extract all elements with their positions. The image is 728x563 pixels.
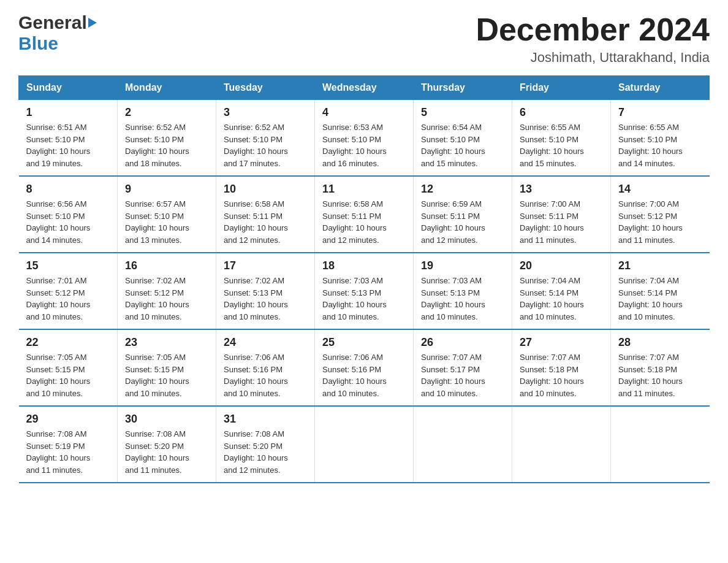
calendar-cell: 8Sunrise: 6:56 AMSunset: 5:10 PMDaylight… [19,176,118,253]
day-info: Sunrise: 7:08 AMSunset: 5:19 PMDaylight:… [26,428,110,476]
day-number: 26 [421,336,504,349]
day-info: Sunrise: 7:05 AMSunset: 5:15 PMDaylight:… [26,351,110,399]
calendar-cell: 10Sunrise: 6:58 AMSunset: 5:11 PMDayligh… [216,176,315,253]
col-header-friday: Friday [512,76,611,100]
day-number: 18 [322,259,406,272]
calendar-cell: 29Sunrise: 7:08 AMSunset: 5:19 PMDayligh… [19,406,118,483]
calendar-cell: 14Sunrise: 7:00 AMSunset: 5:12 PMDayligh… [611,176,710,253]
day-info: Sunrise: 7:02 AMSunset: 5:12 PMDaylight:… [125,275,208,323]
day-number: 24 [224,336,307,349]
calendar-cell: 1Sunrise: 6:51 AMSunset: 5:10 PMDaylight… [19,100,118,177]
day-number: 17 [224,259,307,272]
calendar-cell: 5Sunrise: 6:54 AMSunset: 5:10 PMDaylight… [414,100,512,177]
col-header-sunday: Sunday [19,76,118,100]
calendar-cell: 25Sunrise: 7:06 AMSunset: 5:16 PMDayligh… [315,329,414,406]
day-info: Sunrise: 7:02 AMSunset: 5:13 PMDaylight:… [224,275,307,323]
calendar-week-row: 29Sunrise: 7:08 AMSunset: 5:19 PMDayligh… [19,406,710,483]
day-info: Sunrise: 7:04 AMSunset: 5:14 PMDaylight:… [618,275,702,323]
day-info: Sunrise: 7:08 AMSunset: 5:20 PMDaylight:… [224,428,307,476]
day-number: 14 [618,183,702,196]
day-number: 9 [125,183,208,196]
calendar-cell: 6Sunrise: 6:55 AMSunset: 5:10 PMDaylight… [512,100,611,177]
calendar-cell: 12Sunrise: 6:59 AMSunset: 5:11 PMDayligh… [414,176,512,253]
month-title: December 2024 [476,12,710,47]
calendar-cell: 7Sunrise: 6:55 AMSunset: 5:10 PMDaylight… [611,100,710,177]
calendar-cell: 3Sunrise: 6:52 AMSunset: 5:10 PMDaylight… [216,100,315,177]
calendar-cell [315,406,414,483]
page-header: General Blue December 2024 Joshimath, Ut… [18,12,710,66]
day-number: 13 [520,183,603,196]
day-info: Sunrise: 6:54 AMSunset: 5:10 PMDaylight:… [421,121,504,169]
day-number: 16 [125,259,208,272]
calendar-week-row: 15Sunrise: 7:01 AMSunset: 5:12 PMDayligh… [19,253,710,329]
calendar-cell: 11Sunrise: 6:58 AMSunset: 5:11 PMDayligh… [315,176,414,253]
day-info: Sunrise: 7:00 AMSunset: 5:12 PMDaylight:… [618,198,702,246]
day-info: Sunrise: 7:04 AMSunset: 5:14 PMDaylight:… [520,275,603,323]
day-info: Sunrise: 6:52 AMSunset: 5:10 PMDaylight:… [125,121,208,169]
day-number: 8 [26,183,110,196]
day-info: Sunrise: 7:03 AMSunset: 5:13 PMDaylight:… [421,275,504,323]
calendar-cell: 26Sunrise: 7:07 AMSunset: 5:17 PMDayligh… [414,329,512,406]
day-number: 5 [421,106,504,119]
day-number: 22 [26,336,110,349]
title-block: December 2024 Joshimath, Uttarakhand, In… [476,12,710,66]
col-header-wednesday: Wednesday [315,76,414,100]
calendar-week-row: 8Sunrise: 6:56 AMSunset: 5:10 PMDaylight… [19,176,710,253]
day-number: 28 [618,336,702,349]
day-number: 12 [421,183,504,196]
day-number: 6 [520,106,603,119]
day-number: 30 [125,413,208,426]
col-header-thursday: Thursday [414,76,512,100]
day-info: Sunrise: 7:08 AMSunset: 5:20 PMDaylight:… [125,428,208,476]
day-number: 20 [520,259,603,272]
day-info: Sunrise: 6:58 AMSunset: 5:11 PMDaylight:… [224,198,307,246]
day-number: 11 [322,183,406,196]
day-info: Sunrise: 7:00 AMSunset: 5:11 PMDaylight:… [520,198,603,246]
day-number: 29 [26,413,110,426]
calendar-cell: 2Sunrise: 6:52 AMSunset: 5:10 PMDaylight… [118,100,216,177]
calendar-header-row: SundayMondayTuesdayWednesdayThursdayFrid… [19,76,710,100]
logo-general-line: General [18,12,97,33]
calendar-cell [512,406,611,483]
day-info: Sunrise: 6:55 AMSunset: 5:10 PMDaylight:… [618,121,702,169]
day-info: Sunrise: 6:59 AMSunset: 5:11 PMDaylight:… [421,198,504,246]
calendar-week-row: 1Sunrise: 6:51 AMSunset: 5:10 PMDaylight… [19,100,710,177]
calendar-cell: 20Sunrise: 7:04 AMSunset: 5:14 PMDayligh… [512,253,611,329]
calendar-week-row: 22Sunrise: 7:05 AMSunset: 5:15 PMDayligh… [19,329,710,406]
calendar-cell: 15Sunrise: 7:01 AMSunset: 5:12 PMDayligh… [19,253,118,329]
day-number: 3 [224,106,307,119]
day-info: Sunrise: 7:01 AMSunset: 5:12 PMDaylight:… [26,275,110,323]
logo-general-text: General [18,12,87,33]
day-number: 4 [322,106,406,119]
col-header-tuesday: Tuesday [216,76,315,100]
logo-arrow-icon [88,18,97,28]
calendar-cell: 19Sunrise: 7:03 AMSunset: 5:13 PMDayligh… [414,253,512,329]
day-number: 21 [618,259,702,272]
location: Joshimath, Uttarakhand, India [476,50,710,66]
calendar-cell: 22Sunrise: 7:05 AMSunset: 5:15 PMDayligh… [19,329,118,406]
day-number: 2 [125,106,208,119]
day-info: Sunrise: 7:06 AMSunset: 5:16 PMDaylight:… [224,351,307,399]
day-number: 7 [618,106,702,119]
calendar-cell: 4Sunrise: 6:53 AMSunset: 5:10 PMDaylight… [315,100,414,177]
day-number: 10 [224,183,307,196]
day-info: Sunrise: 7:07 AMSunset: 5:17 PMDaylight:… [421,351,504,399]
day-number: 27 [520,336,603,349]
day-info: Sunrise: 7:03 AMSunset: 5:13 PMDaylight:… [322,275,406,323]
calendar-cell [414,406,512,483]
calendar-cell: 28Sunrise: 7:07 AMSunset: 5:18 PMDayligh… [611,329,710,406]
day-info: Sunrise: 7:07 AMSunset: 5:18 PMDaylight:… [618,351,702,399]
calendar-table: SundayMondayTuesdayWednesdayThursdayFrid… [18,75,710,483]
day-info: Sunrise: 7:05 AMSunset: 5:15 PMDaylight:… [125,351,208,399]
day-number: 25 [322,336,406,349]
day-number: 19 [421,259,504,272]
calendar-cell: 17Sunrise: 7:02 AMSunset: 5:13 PMDayligh… [216,253,315,329]
day-info: Sunrise: 6:51 AMSunset: 5:10 PMDaylight:… [26,121,110,169]
calendar-cell: 16Sunrise: 7:02 AMSunset: 5:12 PMDayligh… [118,253,216,329]
day-info: Sunrise: 6:57 AMSunset: 5:10 PMDaylight:… [125,198,208,246]
calendar-cell: 30Sunrise: 7:08 AMSunset: 5:20 PMDayligh… [118,406,216,483]
calendar-cell: 21Sunrise: 7:04 AMSunset: 5:14 PMDayligh… [611,253,710,329]
day-number: 23 [125,336,208,349]
day-number: 31 [224,413,307,426]
day-number: 1 [26,106,110,119]
